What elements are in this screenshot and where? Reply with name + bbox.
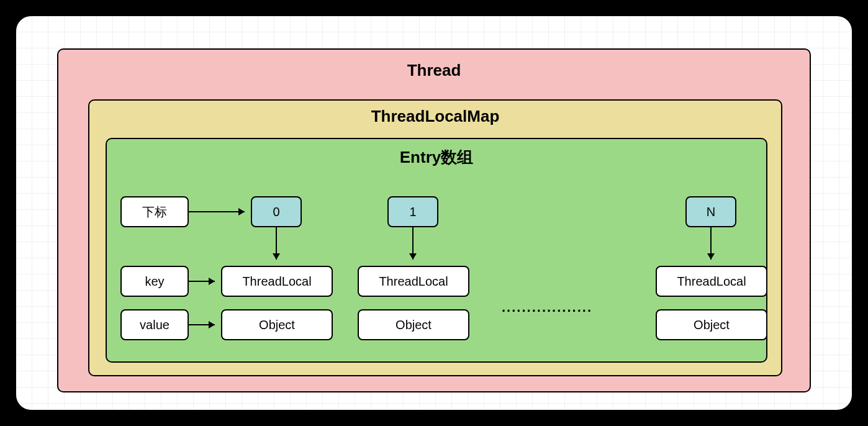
- threadlocalmap-title: ThreadLocalMap: [89, 107, 781, 126]
- index-n: N: [685, 196, 736, 227]
- svg-marker-5: [209, 321, 215, 329]
- index-1: 1: [387, 196, 438, 227]
- svg-marker-1: [238, 208, 245, 215]
- diagram-canvas: Thread ThreadLocalMap Entry数组 下标 key val…: [16, 16, 852, 410]
- entry-array-title: Entry数组: [107, 147, 766, 168]
- label-key: key: [120, 266, 189, 297]
- svg-marker-9: [409, 253, 417, 260]
- value-n: Object: [656, 309, 767, 340]
- svg-marker-7: [273, 253, 280, 260]
- label-value: value: [120, 309, 189, 340]
- entry-array-container: Entry数组 下标 key value 0 ThreadLocal Objec…: [106, 138, 767, 363]
- svg-marker-3: [209, 278, 215, 285]
- key-0: ThreadLocal: [221, 266, 333, 297]
- ellipsis: ..................: [502, 299, 592, 315]
- index-0: 0: [251, 196, 302, 227]
- key-1: ThreadLocal: [358, 266, 469, 297]
- value-1: Object: [358, 309, 469, 340]
- thread-title: Thread: [58, 61, 810, 80]
- value-0: Object: [221, 309, 333, 340]
- label-index: 下标: [120, 196, 189, 227]
- threadlocalmap-container: ThreadLocalMap Entry数组 下标 key value 0 Th…: [88, 99, 782, 376]
- thread-container: Thread ThreadLocalMap Entry数组 下标 key val…: [57, 48, 811, 392]
- key-n: ThreadLocal: [656, 266, 767, 297]
- svg-marker-11: [707, 253, 715, 260]
